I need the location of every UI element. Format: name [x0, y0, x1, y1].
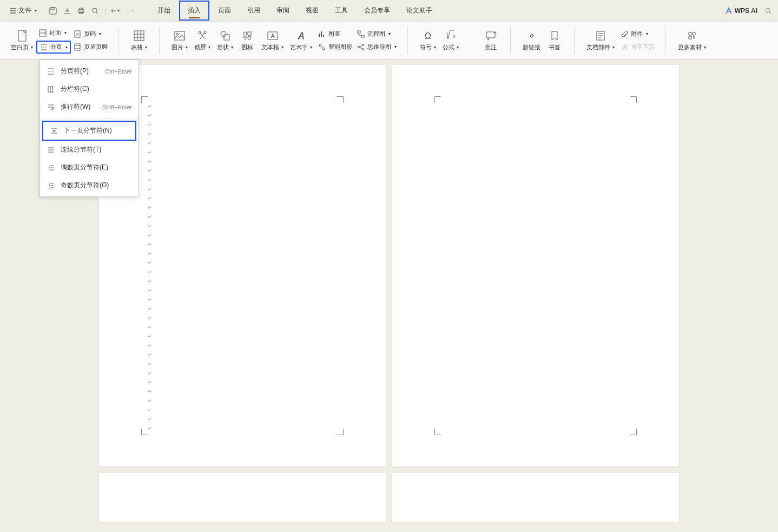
page-number-button[interactable]: # 页码▾ — [71, 29, 110, 40]
tab-tools[interactable]: 工具 — [327, 2, 355, 19]
menu-item-page-break[interactable]: 分页符(P) Ctrl+Enter — [40, 62, 139, 80]
icon-button[interactable]: 图标 — [236, 27, 258, 54]
svg-rect-7 — [18, 30, 26, 41]
undo-button[interactable]: ▾ — [111, 6, 120, 15]
header-footer-label: 页眉页脚 — [84, 43, 108, 51]
smartart-icon — [318, 43, 326, 51]
svg-text:x: x — [453, 34, 456, 39]
chevron-down-icon: ▾ — [394, 44, 397, 49]
comment-button[interactable]: + 批注 — [480, 27, 502, 54]
menu-item-even-page-section[interactable]: 24 偶数页分节符(E) — [40, 159, 139, 176]
even-page-icon: 24 — [47, 163, 55, 172]
svg-point-25 — [319, 44, 321, 47]
save-icon[interactable] — [49, 6, 57, 15]
bookmark-label: 书签 — [549, 43, 561, 51]
ribbon-group-text: 文档部件▾ 附件▾ A 首字下沉 — [581, 27, 659, 54]
table-button[interactable]: 表格▾ — [128, 27, 150, 54]
doc-parts-button[interactable]: 文档部件▾ — [583, 27, 618, 54]
column-break-icon — [47, 85, 55, 94]
menu-label: 分页符(P) — [61, 67, 105, 76]
svg-text:4: 4 — [49, 168, 51, 172]
blank-page-button[interactable]: 空白页▾ — [8, 27, 36, 54]
svg-point-26 — [322, 48, 325, 50]
header-footer-button[interactable]: 页眉页脚 — [71, 42, 110, 52]
page-break-button[interactable]: 分页▴ — [36, 41, 71, 54]
page-break-icon — [39, 43, 48, 51]
next-page-icon — [50, 127, 58, 135]
table-icon — [133, 29, 146, 42]
menu-icon — [10, 8, 16, 14]
svg-text:3: 3 — [49, 186, 51, 189]
bookmark-icon — [548, 29, 561, 42]
screenshot-button[interactable]: 截屏▾ — [191, 27, 214, 54]
search-icon[interactable] — [764, 6, 773, 15]
document-page[interactable]: ↵↵↵↵↵↵↵↵↵↵↵↵↵↵↵↵↵↵↵↵↵↵↵↵↵↵↵↵↵↵↵↵↵↵↵↵ — [99, 65, 386, 467]
document-page[interactable] — [392, 65, 679, 467]
menu-label: 连续分节符(T) — [61, 145, 132, 154]
print-icon[interactable] — [77, 6, 85, 15]
flowchart-button[interactable]: 流程图▾ — [354, 29, 399, 40]
tab-reference[interactable]: 引用 — [240, 2, 268, 19]
attachment-button[interactable]: 附件▾ — [618, 29, 657, 40]
more-material-button[interactable]: 更多素材▾ — [675, 27, 709, 54]
menu-item-odd-page-section[interactable]: 13 奇数页分节符(O) — [40, 176, 139, 194]
bookmark-button[interactable]: 书签 — [544, 27, 565, 54]
tab-review[interactable]: 审阅 — [269, 2, 297, 19]
wordart-icon: A — [295, 29, 308, 42]
svg-point-5 — [93, 8, 97, 12]
tab-member[interactable]: 会员专享 — [357, 2, 398, 19]
chevron-down-icon: ▾ — [388, 31, 391, 36]
page-number-label: 页码 — [84, 30, 96, 38]
redo-button[interactable]: ▾ — [125, 6, 134, 15]
separator — [471, 27, 471, 54]
separator — [407, 27, 408, 54]
wps-ai-button[interactable]: WPS AI — [725, 7, 757, 15]
tab-view[interactable]: 视图 — [298, 2, 326, 19]
mindmap-label: 思维导图 — [367, 43, 391, 51]
margin-corner — [630, 429, 637, 435]
menu-item-continuous-section[interactable]: 连续分节符(T) — [40, 141, 139, 159]
picture-button[interactable]: 图片▾ — [168, 27, 191, 54]
ribbon-group-illustrations: 图片▾ 截屏▾ 形状▾ 图标 A 文本框▾ A 艺术字▾ 图表 — [166, 27, 401, 54]
equation-button[interactable]: x 公式▾ — [439, 27, 462, 54]
menu-label: 分栏符(C) — [61, 84, 132, 94]
picture-label: 图片 — [172, 43, 183, 51]
top-left: 文件 ▾ ▾ ▾ — [5, 4, 134, 17]
dropcap-button[interactable]: A 首字下沉 — [618, 42, 657, 52]
cover-button[interactable]: 封面▾ — [36, 28, 71, 38]
menu-item-text-wrap[interactable]: 换行符(W) Shift+Enter — [40, 98, 139, 116]
svg-point-6 — [766, 8, 770, 12]
tab-start[interactable]: 开始 — [150, 2, 178, 19]
hyperlink-label: 超链接 — [523, 43, 540, 51]
header-footer-icon — [73, 43, 82, 51]
menu-separator — [40, 118, 139, 119]
chevron-down-icon: ▾ — [457, 45, 459, 50]
preview-icon[interactable] — [91, 6, 100, 15]
chevron-down-icon: ▾ — [186, 45, 188, 50]
wordart-button[interactable]: A 艺术字▾ — [287, 27, 315, 54]
smartart-button[interactable]: 智能图形 — [315, 42, 354, 52]
textbox-button[interactable]: A 文本框▾ — [258, 27, 287, 54]
menu-item-next-page-section[interactable]: 下一页分节符(N) — [42, 121, 136, 141]
export-icon[interactable] — [63, 6, 71, 15]
ribbon-group-links: 超链接 书签 — [517, 27, 568, 54]
symbol-button[interactable]: Ω 符号▾ — [417, 27, 439, 54]
shape-button[interactable]: 形状▾ — [214, 27, 236, 54]
screenshot-label: 截屏 — [194, 43, 206, 51]
menu-item-column-break[interactable]: 分栏符(C) — [40, 80, 139, 98]
hyperlink-button[interactable]: 超链接 — [519, 27, 544, 54]
svg-rect-18 — [224, 35, 229, 40]
file-menu-button[interactable]: 文件 ▾ — [5, 4, 41, 17]
tab-thesis[interactable]: 论文助手 — [399, 2, 440, 19]
ribbon-group-tables: 表格▾ — [126, 27, 153, 54]
document-page[interactable] — [392, 473, 679, 522]
tab-insert[interactable]: 插入 — [179, 1, 209, 21]
chart-button[interactable]: 图表 — [315, 29, 354, 40]
document-page[interactable] — [99, 473, 386, 522]
tab-page[interactable]: 页面 — [210, 2, 239, 19]
odd-page-icon: 13 — [47, 181, 55, 190]
ribbon-small-col: 附件▾ A 首字下沉 — [618, 29, 657, 52]
doc-parts-label: 文档部件 — [586, 43, 610, 51]
mindmap-button[interactable]: 思维导图▾ — [354, 42, 399, 52]
svg-text:+: + — [493, 30, 496, 36]
